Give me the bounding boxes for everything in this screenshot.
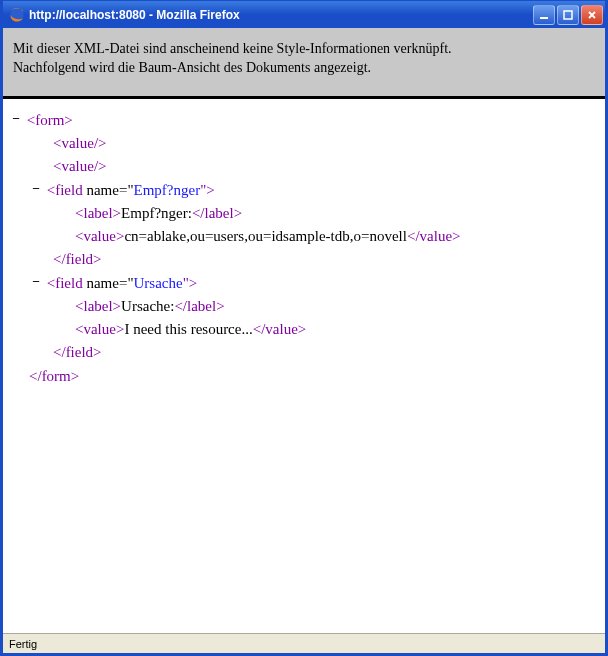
maximize-button[interactable] [557, 5, 579, 25]
tag-field-open: <field [47, 182, 87, 198]
xml-line: <label>Ursache:</label> [9, 295, 599, 318]
tag-label-open: <label> [75, 205, 121, 221]
close-button[interactable] [581, 5, 603, 25]
value-text: I need this resource... [124, 321, 252, 337]
tag-field-open-end: "> [183, 275, 198, 291]
xml-line: </field> [9, 341, 599, 364]
value-text: cn=ablake,ou=users,ou=idsample-tdb,o=nov… [124, 228, 407, 244]
xml-line: </form> [9, 365, 599, 388]
xml-line: <value>cn=ablake,ou=users,ou=idsample-td… [9, 225, 599, 248]
tag-field-close: </field> [53, 344, 102, 360]
tag-form-close: </form> [29, 368, 79, 384]
window-title: http://localhost:8080 - Mozilla Firefox [29, 8, 533, 22]
browser-window: http://localhost:8080 - Mozilla Firefox … [0, 0, 608, 656]
svg-rect-1 [540, 17, 548, 19]
collapse-toggle[interactable]: − [29, 179, 43, 199]
tag-label-open: <label> [75, 298, 121, 314]
attr-eq: =" [119, 182, 134, 198]
tag-field-open: <field [47, 275, 87, 291]
attr-value: Empf?nger [134, 182, 201, 198]
firefox-icon [9, 7, 25, 23]
window-controls [533, 5, 603, 25]
tag-form-open: <form> [27, 112, 73, 128]
attr-name: name [86, 182, 118, 198]
xml-tree: − <form> <value/> <value/> − <field name… [3, 99, 605, 633]
collapse-toggle[interactable]: − [9, 109, 23, 129]
attr-value: Ursache [134, 275, 183, 291]
tag-value-close: </value> [407, 228, 461, 244]
titlebar: http://localhost:8080 - Mozilla Firefox [3, 0, 605, 28]
attr-eq: =" [119, 275, 134, 291]
attr-name: name [86, 275, 118, 291]
tag-value-self: <value/> [53, 158, 107, 174]
minimize-button[interactable] [533, 5, 555, 25]
svg-rect-2 [564, 11, 572, 19]
xml-line: <value/> [9, 132, 599, 155]
tag-value-self: <value/> [53, 135, 107, 151]
statusbar: Fertig [3, 633, 605, 653]
tag-label-close: </label> [174, 298, 224, 314]
tag-value-close: </value> [253, 321, 307, 337]
tag-label-close: </label> [192, 205, 242, 221]
collapse-toggle[interactable]: − [29, 272, 43, 292]
xml-line: <value>I need this resource...</value> [9, 318, 599, 341]
xml-line: − <field name="Ursache"> [9, 272, 599, 295]
tag-value-open: <value> [75, 228, 124, 244]
notice-line-1: Mit dieser XML-Datei sind anscheinend ke… [13, 40, 595, 59]
tag-field-close: </field> [53, 251, 102, 267]
xml-line: <label>Empf?nger:</label> [9, 202, 599, 225]
label-text: Empf?nger: [121, 205, 192, 221]
tag-value-open: <value> [75, 321, 124, 337]
xml-line: <value/> [9, 155, 599, 178]
label-text: Ursache: [121, 298, 174, 314]
tag-field-open-end: "> [200, 182, 215, 198]
xml-line: − <field name="Empf?nger"> [9, 179, 599, 202]
status-text: Fertig [9, 638, 37, 650]
xml-line: − <form> [9, 109, 599, 132]
xml-notice: Mit dieser XML-Datei sind anscheinend ke… [3, 28, 605, 99]
notice-line-2: Nachfolgend wird die Baum-Ansicht des Do… [13, 59, 595, 78]
xml-line: </field> [9, 248, 599, 271]
